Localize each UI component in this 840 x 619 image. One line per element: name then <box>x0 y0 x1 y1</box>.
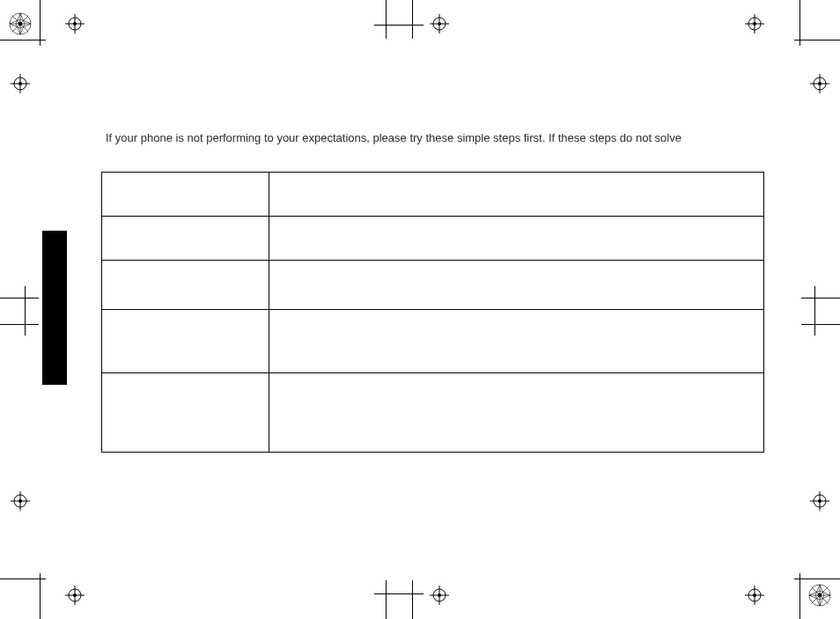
registration-mark-icon <box>745 586 764 605</box>
svg-point-19 <box>818 82 822 85</box>
table-row <box>102 310 764 373</box>
svg-point-3 <box>73 22 77 26</box>
cropmark <box>412 580 413 619</box>
registration-mark-icon <box>745 14 764 33</box>
registration-mark-icon <box>11 491 30 511</box>
cropmark <box>25 286 26 335</box>
cropmark <box>412 0 413 39</box>
registration-mark-icon <box>430 14 449 33</box>
table-cell-steps <box>269 310 764 373</box>
cropmark <box>0 40 46 41</box>
cropmark <box>801 324 840 325</box>
svg-point-35 <box>438 593 441 597</box>
cropmark <box>801 298 840 298</box>
registration-mark-icon <box>11 74 30 93</box>
registration-mark-icon <box>810 491 829 511</box>
table-cell-problem <box>102 373 269 453</box>
registration-mark-icon <box>430 586 449 605</box>
table-cell-problem <box>102 310 269 373</box>
svg-point-15 <box>18 82 22 85</box>
table-row <box>102 261 764 310</box>
svg-point-7 <box>438 22 441 26</box>
cropmark <box>40 573 41 619</box>
table-header-steps <box>269 173 764 217</box>
cropmark <box>799 573 800 619</box>
troubleshooting-table <box>101 172 764 453</box>
svg-point-39 <box>753 593 756 597</box>
registration-mark-icon <box>65 14 85 33</box>
cropmark <box>386 580 387 619</box>
svg-point-11 <box>753 22 756 26</box>
table-cell-steps <box>269 261 764 310</box>
sunburst-mark-icon <box>808 584 831 607</box>
cropmark <box>814 286 815 335</box>
cropmark <box>794 40 840 41</box>
table-header-row <box>102 173 764 217</box>
registration-mark-icon <box>65 586 85 605</box>
sidebar-tab <box>42 231 67 385</box>
svg-point-23 <box>18 499 22 503</box>
sunburst-mark-icon <box>9 12 32 35</box>
cropmark <box>0 578 46 579</box>
cropmark <box>794 578 840 579</box>
table-row <box>102 373 764 453</box>
table-cell-steps <box>269 217 764 261</box>
cropmark <box>374 25 424 26</box>
cropmark <box>0 324 39 325</box>
cropmark <box>0 298 39 298</box>
intro-text: If your phone is not performing to your … <box>106 130 740 146</box>
table-cell-problem <box>102 217 269 261</box>
svg-point-31 <box>73 593 77 597</box>
cropmark <box>374 593 424 594</box>
table-cell-problem <box>102 261 269 310</box>
table-header-problem <box>102 173 269 217</box>
registration-mark-icon <box>810 74 829 93</box>
table-cell-steps <box>269 373 764 453</box>
svg-point-27 <box>818 499 822 503</box>
table-row <box>102 217 764 261</box>
cropmark <box>386 0 387 39</box>
